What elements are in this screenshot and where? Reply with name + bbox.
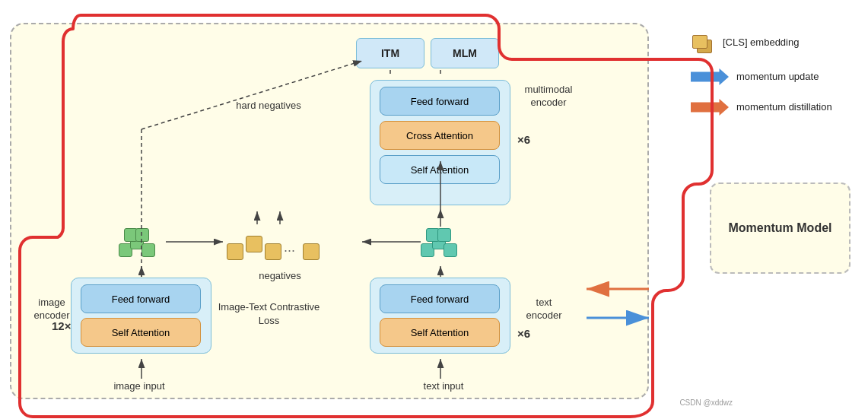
- legend-momentum-update: momentum update: [691, 68, 843, 85]
- multimodal-cross-attention: Cross Attention: [380, 121, 500, 150]
- image-encoder-multiplier: 12×: [52, 319, 71, 332]
- image-input-label: image input: [94, 380, 185, 392]
- text-input-label: text input: [402, 380, 485, 392]
- multimodal-encoder-multiplier: ×6: [517, 133, 530, 146]
- multimodal-self-attention: Self Attention: [380, 155, 500, 184]
- text-feed-forward: Feed forward: [380, 284, 500, 313]
- momentum-update-arrow-icon: [691, 68, 729, 85]
- momentum-distillation-arrow-icon: [691, 99, 729, 116]
- legend-momentum-distillation: momentum distillation: [691, 99, 843, 116]
- momentum-model-box: Momentum Model: [710, 183, 851, 274]
- itc-loss-label: Image-Text Contrastive Loss: [210, 300, 328, 328]
- multimodal-encoder-label: multimodal encoder: [514, 84, 583, 110]
- image-encoder-label: image encoder: [29, 297, 75, 322]
- image-encoder-cubes: [119, 228, 180, 262]
- mlm-box: MLM: [431, 38, 499, 68]
- legend-box: [CLS] embedding momentum update momentum…: [679, 23, 854, 123]
- multimodal-feed-forward: Feed forward: [380, 87, 500, 116]
- text-encoder-container: Feed forward Self Attention: [370, 278, 510, 354]
- negatives-cubes: ...: [227, 224, 326, 262]
- text-encoder-cubes: [421, 228, 482, 262]
- text-encoder-label: text encoder: [517, 297, 571, 322]
- image-self-attention: Self Attention: [81, 318, 201, 347]
- itm-box: ITM: [356, 38, 424, 68]
- hard-negatives-label: hard negatives: [223, 99, 314, 113]
- watermark: CSDN @xddwz: [679, 398, 733, 407]
- image-encoder-container: Feed forward Self Attention: [71, 278, 211, 354]
- text-encoder-multiplier: ×6: [517, 327, 530, 340]
- negatives-label: negatives: [231, 270, 329, 281]
- legend-cls: [CLS] embedding: [691, 30, 843, 55]
- text-self-attention: Self Attention: [380, 318, 500, 347]
- main-container: Feed forward Self Attention image encode…: [6, 8, 862, 411]
- image-feed-forward: Feed forward: [81, 284, 201, 313]
- multimodal-encoder-container: Feed forward Cross Attention Self Attent…: [370, 80, 510, 205]
